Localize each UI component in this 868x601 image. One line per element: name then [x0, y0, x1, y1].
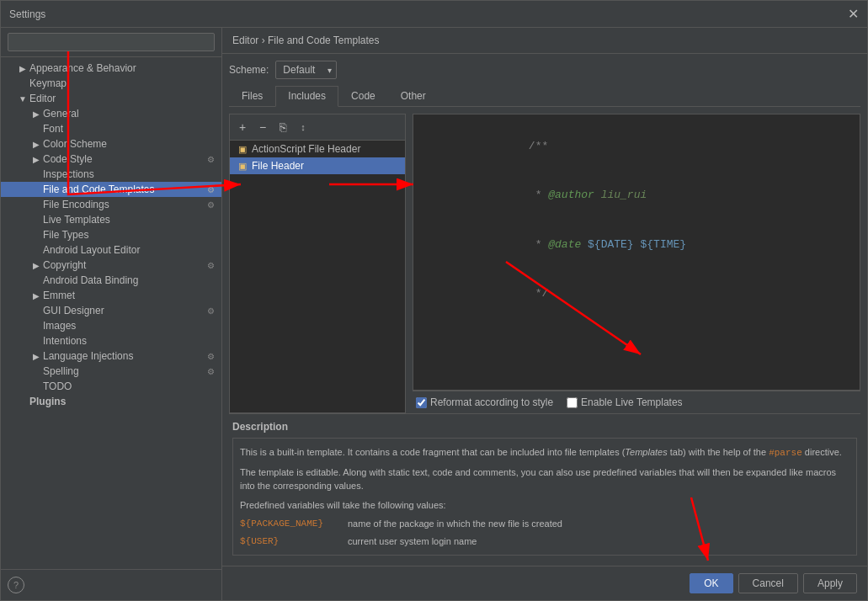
template-item-file-header[interactable]: ▣ File Header	[230, 157, 405, 174]
expand-arrow-editor: ▼	[18, 93, 28, 104]
sidebar-label-editor: Editor	[29, 93, 56, 104]
sidebar-tree: ▶ Appearance & Behavior ▶ Keymap ▼ Edito…	[1, 57, 221, 569]
expand-arrow-color-scheme: ▶	[31, 139, 41, 149]
desc-para-1: This is a built-in template. It contains…	[240, 445, 849, 460]
sidebar-item-keymap[interactable]: ▶ Keymap	[1, 76, 221, 91]
move-template-button[interactable]: ↕	[294, 118, 312, 136]
sidebar-item-android-data-binding[interactable]: ▶ Android Data Binding	[1, 273, 221, 288]
remove-template-button[interactable]: −	[253, 118, 272, 136]
dialog-footer: OK Cancel Apply	[222, 566, 867, 600]
sidebar-item-images[interactable]: ▶ Images	[1, 318, 221, 333]
sidebar-label-general: General	[43, 108, 79, 120]
cancel-button[interactable]: Cancel	[738, 573, 798, 593]
sidebar-label-file-types: File Types	[43, 229, 88, 241]
sidebar-item-android-layout-editor[interactable]: ▶ Android Layout Editor	[1, 242, 221, 258]
sidebar-label-android-layout-editor: Android Layout Editor	[43, 244, 140, 256]
code-line-2: * @author liu_rui	[423, 171, 849, 221]
sidebar-label-color-scheme: Color Scheme	[43, 138, 107, 150]
template-item-actionscript[interactable]: ▣ ActionScript File Header	[230, 141, 405, 157]
sidebar-footer: ?	[1, 569, 221, 600]
add-template-button[interactable]: +	[233, 118, 252, 136]
template-toolbar: + − ⎘ ↕	[230, 114, 405, 141]
live-templates-label: Enable Live Templates	[581, 396, 683, 408]
sidebar-item-intentions[interactable]: ▶ Intentions	[1, 333, 221, 348]
tab-includes[interactable]: Includes	[275, 86, 338, 107]
panel-body: Scheme: Default Project Files Includes C…	[222, 54, 867, 566]
sidebar-item-general[interactable]: ▶ General	[1, 106, 221, 121]
copy-template-button[interactable]: ⎘	[274, 118, 292, 136]
help-button[interactable]: ?	[8, 577, 24, 593]
desc-parse-directive: #parse	[769, 448, 802, 458]
sidebar-label-images: Images	[43, 320, 76, 332]
sidebar-item-appearance[interactable]: ▶ Appearance & Behavior	[1, 61, 221, 76]
description-title: Description	[232, 421, 857, 433]
tab-files[interactable]: Files	[229, 86, 275, 106]
reformat-checkbox[interactable]	[416, 397, 427, 408]
gear-icon-file-encodings: ⚙	[207, 200, 215, 210]
sidebar-item-color-scheme[interactable]: ▶ Color Scheme	[1, 136, 221, 152]
sidebar-item-gui-designer[interactable]: ▶ GUI Designer ⚙	[1, 303, 221, 318]
desc-var-user-desc: current user system login name	[348, 535, 477, 549]
gear-icon-gui-designer: ⚙	[207, 306, 215, 316]
search-box	[1, 28, 221, 57]
tab-other[interactable]: Other	[388, 86, 439, 106]
sidebar-item-editor[interactable]: ▼ Editor	[1, 91, 221, 106]
sidebar-label-plugins: Plugins	[29, 396, 66, 407]
gear-icon-copyright: ⚙	[207, 261, 215, 270]
template-list-panel: + − ⎘ ↕ ▣ ActionScript File Header	[229, 114, 406, 413]
apply-button[interactable]: Apply	[803, 573, 857, 593]
sidebar-item-live-templates[interactable]: ▶ Live Templates	[1, 212, 221, 227]
close-button[interactable]: ✕	[848, 6, 859, 22]
code-line-4: */	[423, 269, 849, 319]
desc-var-package-name: ${PACKAGE_NAME}	[240, 517, 341, 531]
desc-var-row-2: ${USER} current user system login name	[240, 535, 849, 549]
file-icon-file-header: ▣	[237, 160, 248, 172]
desc-italic-templates: Templates	[625, 447, 667, 457]
sidebar-item-font[interactable]: ▶ Font	[1, 121, 221, 136]
sidebar-item-file-types[interactable]: ▶ File Types	[1, 227, 221, 242]
sidebar-item-file-encodings[interactable]: ▶ File Encodings ⚙	[1, 197, 221, 212]
sidebar-item-language-injections[interactable]: ▶ Language Injections ⚙	[1, 348, 221, 364]
template-list: ▣ ActionScript File Header ▣ File Header	[230, 141, 405, 412]
sidebar-label-spelling: Spelling	[43, 365, 79, 377]
scheme-select[interactable]: Default Project	[275, 61, 337, 79]
sidebar: ▶ Appearance & Behavior ▶ Keymap ▼ Edito…	[1, 28, 222, 600]
sidebar-label-copyright: Copyright	[43, 259, 86, 271]
expand-arrow-emmet: ▶	[31, 290, 41, 300]
sidebar-item-code-style[interactable]: ▶ Code Style ⚙	[1, 152, 221, 167]
code-editor[interactable]: /** * @author liu_rui * @date ${DATE} ${…	[413, 114, 860, 391]
desc-var-user: ${USER}	[240, 535, 341, 549]
reformat-checkbox-label[interactable]: Reformat according to style	[416, 396, 553, 408]
move-icon: ↕	[301, 122, 306, 132]
panel-header: Editor › File and Code Templates	[222, 28, 867, 54]
file-icon-actionscript: ▣	[237, 143, 248, 155]
desc-var-package-name-desc: name of the package in which the new fil…	[348, 517, 562, 531]
code-panel: /** * @author liu_rui * @date ${DATE} ${…	[413, 114, 860, 413]
tabs-row: Files Includes Code Other	[229, 86, 860, 107]
sidebar-item-inspections[interactable]: ▶ Inspections	[1, 167, 221, 182]
code-line-1: /**	[423, 121, 849, 171]
sidebar-item-file-and-code-templates[interactable]: ▶ File and Code Templates ⚙	[1, 182, 221, 197]
desc-var-row-1: ${PACKAGE_NAME} name of the package in w…	[240, 517, 849, 531]
expand-arrow-copyright: ▶	[31, 260, 41, 270]
sidebar-label-code-style: Code Style	[43, 153, 93, 165]
gear-icon-spelling: ⚙	[207, 367, 215, 376]
live-templates-checkbox-label[interactable]: Enable Live Templates	[567, 396, 683, 408]
sidebar-item-spelling[interactable]: ▶ Spelling ⚙	[1, 364, 221, 379]
search-input[interactable]	[8, 33, 215, 51]
desc-para-3: Predefined variables will take the follo…	[240, 498, 849, 513]
gear-icon-language-injections: ⚙	[207, 352, 215, 361]
sidebar-label-gui-designer: GUI Designer	[43, 305, 104, 316]
sidebar-item-plugins[interactable]: ▶ Plugins	[1, 394, 221, 409]
sidebar-item-todo[interactable]: ▶ TODO	[1, 379, 221, 394]
gear-icon-file-templates: ⚙	[207, 185, 215, 194]
sidebar-item-copyright[interactable]: ▶ Copyright ⚙	[1, 258, 221, 273]
live-templates-checkbox[interactable]	[567, 397, 578, 408]
description-section: Description This is a built-in template.…	[229, 413, 860, 559]
sidebar-label-android-data-binding: Android Data Binding	[43, 274, 138, 286]
sidebar-item-emmet[interactable]: ▶ Emmet	[1, 288, 221, 303]
tab-code[interactable]: Code	[338, 86, 388, 106]
title-bar-left: Settings	[9, 8, 45, 20]
expand-arrow-general: ▶	[31, 109, 41, 119]
ok-button[interactable]: OK	[690, 573, 732, 593]
